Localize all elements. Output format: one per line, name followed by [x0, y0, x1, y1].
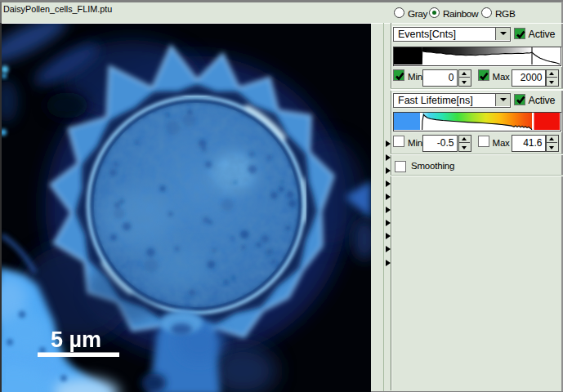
svg-text:5 µm: 5 µm	[51, 327, 101, 352]
